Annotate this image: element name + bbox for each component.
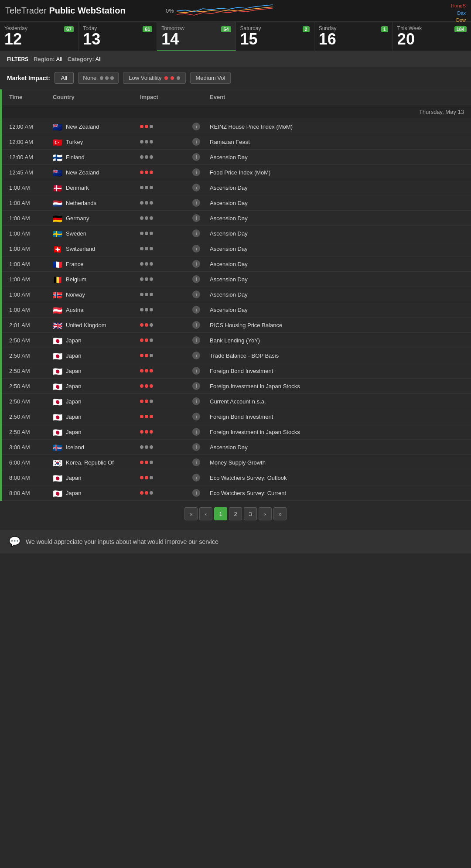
- pagination-last[interactable]: »: [273, 507, 287, 520]
- impact-none-button[interactable]: None: [78, 72, 119, 84]
- event-country: 🇨🇭 Switzerland: [53, 246, 140, 252]
- country-name: Japan: [66, 383, 81, 390]
- info-icon[interactable]: i: [192, 138, 200, 146]
- day-tab-number: 12: [4, 30, 22, 48]
- day-tab-badge: 1: [381, 26, 388, 32]
- info-icon[interactable]: i: [192, 214, 200, 222]
- event-time: 1:00 AM: [9, 261, 53, 267]
- event-name: Money Supply Growth: [210, 459, 464, 466]
- impact-dot-2: [150, 430, 153, 434]
- event-name: Ascension Day: [210, 185, 464, 191]
- event-country: 🇯🇵 Japan: [53, 352, 140, 359]
- country-flag: 🇨🇭: [53, 246, 62, 252]
- info-icon[interactable]: i: [192, 123, 200, 130]
- country-flag: 🇳🇱: [53, 200, 62, 206]
- info-icon[interactable]: i: [192, 275, 200, 283]
- info-icon[interactable]: i: [192, 489, 200, 497]
- table-row: 1:00 AM 🇳🇴 Norway i Ascension Day: [0, 287, 471, 302]
- event-country: 🇳🇱 Netherlands: [53, 200, 140, 206]
- event-country: 🇯🇵 Japan: [53, 398, 140, 405]
- country-flag: 🇫🇷: [53, 261, 62, 267]
- table-row: 2:50 AM 🇯🇵 Japan i Trade Balance - BOP B…: [0, 348, 471, 363]
- event-country: 🇸🇪 Sweden: [53, 230, 140, 237]
- impact-dot-1: [145, 430, 148, 434]
- info-icon[interactable]: i: [192, 306, 200, 314]
- info-icon[interactable]: i: [192, 168, 200, 176]
- info-icon[interactable]: i: [192, 336, 200, 344]
- pagination-first[interactable]: «: [184, 507, 198, 520]
- info-icon[interactable]: i: [192, 184, 200, 191]
- impact-dot-1: [145, 262, 148, 266]
- legend-dax: Dax: [451, 10, 466, 17]
- info-icon[interactable]: i: [192, 260, 200, 268]
- impact-low-button[interactable]: Low Volatility: [123, 72, 185, 84]
- dot-gray-2: [105, 76, 109, 80]
- pagination-page-2[interactable]: 2: [229, 507, 242, 520]
- country-flag: 🇯🇵: [53, 383, 62, 390]
- info-icon[interactable]: i: [192, 474, 200, 482]
- impact-dot-1: [145, 155, 148, 159]
- info-icon[interactable]: i: [192, 245, 200, 253]
- header-pct: 0%: [166, 7, 174, 14]
- event-impact: [140, 491, 192, 495]
- pagination-page-1[interactable]: 1: [214, 507, 227, 520]
- event-time: 1:00 AM: [9, 307, 53, 313]
- country-name: Japan: [66, 429, 81, 435]
- feedback-text: We would appreciate your inputs about wh…: [26, 538, 218, 545]
- country-name: Finland: [66, 154, 85, 161]
- info-icon[interactable]: i: [192, 397, 200, 405]
- table-row: 12:00 AM 🇫🇮 Finland i Ascension Day: [0, 150, 471, 165]
- info-icon[interactable]: i: [192, 352, 200, 359]
- impact-dot-2: [150, 277, 153, 281]
- pagination-page-3[interactable]: 3: [244, 507, 257, 520]
- day-tab-tomorrow[interactable]: Tomorrow 14 54: [157, 22, 236, 51]
- pagination-prev[interactable]: ‹: [199, 507, 212, 520]
- day-tab-this-week[interactable]: This Week 20 184: [393, 22, 471, 51]
- info-icon[interactable]: i: [192, 458, 200, 466]
- country-flag: 🇯🇵: [53, 490, 62, 496]
- info-icon[interactable]: i: [192, 199, 200, 207]
- info-icon[interactable]: i: [192, 367, 200, 375]
- day-tab-number: 20: [397, 30, 415, 48]
- pagination: «‹123›»: [0, 501, 471, 526]
- impact-all-button[interactable]: All: [55, 72, 74, 84]
- event-country: 🇫🇮 Finland: [53, 154, 140, 161]
- impact-dot-2: [150, 140, 153, 144]
- event-country: 🇯🇵 Japan: [53, 368, 140, 374]
- event-time: 6:00 AM: [9, 459, 53, 466]
- info-icon[interactable]: i: [192, 443, 200, 451]
- impact-dot-1: [145, 247, 148, 250]
- info-icon[interactable]: i: [192, 321, 200, 329]
- event-country: 🇩🇪 Germany: [53, 215, 140, 222]
- info-icon[interactable]: i: [192, 153, 200, 161]
- impact-medium-button[interactable]: Medium Vol: [190, 72, 231, 84]
- day-tab-saturday[interactable]: Saturday 15 2: [236, 22, 314, 51]
- country-name: Japan: [66, 368, 81, 374]
- table-row: 1:00 AM 🇧🇪 Belgium i Ascension Day: [0, 272, 471, 287]
- day-tab-yesterday[interactable]: Yesterday 12 67: [0, 22, 78, 51]
- info-icon[interactable]: i: [192, 229, 200, 237]
- info-icon[interactable]: i: [192, 290, 200, 298]
- country-flag: 🇳🇿: [53, 123, 62, 130]
- info-icon[interactable]: i: [192, 413, 200, 420]
- event-name: Current Account n.s.a.: [210, 398, 464, 405]
- country-name: Korea, Republic Of: [66, 459, 114, 466]
- impact-dot-2: [150, 491, 153, 495]
- event-time: 1:00 AM: [9, 185, 53, 191]
- event-time: 2:50 AM: [9, 429, 53, 435]
- filters-label: FILTERS: [7, 56, 28, 62]
- day-tab-today[interactable]: Today 13 61: [78, 22, 157, 51]
- impact-dot-2: [150, 476, 153, 479]
- event-time: 2:50 AM: [9, 398, 53, 405]
- day-tab-sunday[interactable]: Sunday 16 1: [314, 22, 393, 51]
- table-header: Time Country Impact Event: [0, 89, 471, 105]
- pagination-next[interactable]: ›: [259, 507, 272, 520]
- day-tabs: Yesterday 12 67 Today 13 61 Tomorrow 14 …: [0, 22, 471, 51]
- info-icon[interactable]: i: [192, 382, 200, 390]
- event-impact: [140, 125, 192, 128]
- impact-dot-0: [140, 430, 143, 434]
- event-country: 🇳🇴 Norway: [53, 291, 140, 298]
- info-icon[interactable]: i: [192, 428, 200, 436]
- event-country: 🇯🇵 Japan: [53, 337, 140, 344]
- header-legend: HangS Dax Dow: [451, 2, 466, 24]
